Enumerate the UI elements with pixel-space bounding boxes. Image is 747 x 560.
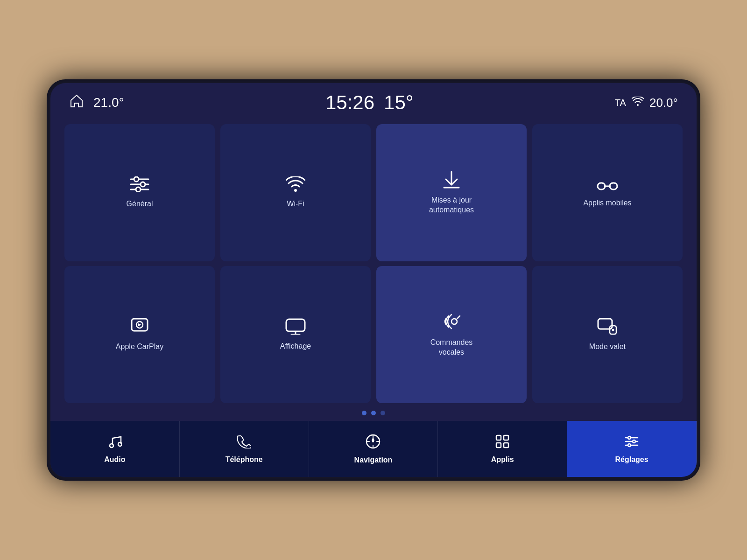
carplay-icon — [130, 317, 149, 337]
grid-cell-carplay[interactable]: Apple CarPlay — [64, 266, 215, 403]
nav-item-applis[interactable]: Applis — [438, 421, 567, 477]
nav-item-audio[interactable]: Audio — [50, 421, 180, 477]
settings-icon — [625, 434, 639, 452]
valet-icon — [597, 317, 618, 337]
svg-marker-31 — [372, 437, 374, 441]
display-label: Affichage — [280, 342, 311, 351]
svg-rect-15 — [286, 319, 305, 331]
music-icon — [108, 434, 122, 452]
reglages-label: Réglages — [615, 455, 648, 464]
svg-point-24 — [118, 442, 122, 446]
navigation-label: Navigation — [354, 456, 393, 464]
svg-point-39 — [628, 436, 631, 439]
ta-label: TA — [615, 98, 626, 108]
grid-row-1: Général Wi-Fi — [64, 124, 683, 261]
svg-point-3 — [134, 177, 139, 182]
screen-outer: 21.0° 15:26 15° TA 20.0° — [47, 79, 700, 481]
general-label: Général — [127, 199, 153, 209]
home-icon[interactable] — [69, 94, 84, 112]
screen-inner: 21.0° 15:26 15° TA 20.0° — [50, 83, 697, 477]
svg-marker-14 — [138, 323, 141, 326]
temp-left: 21.0° — [93, 95, 124, 110]
grid-cell-valet[interactable]: Mode valet — [532, 266, 683, 403]
apps-icon — [495, 434, 509, 452]
svg-rect-35 — [504, 443, 508, 448]
svg-rect-10 — [610, 183, 617, 189]
carplay-label: Apple CarPlay — [116, 342, 163, 352]
display-icon — [285, 318, 306, 337]
wifi-label: Wi-Fi — [287, 199, 304, 209]
sliders-icon — [130, 176, 149, 195]
grid-cell-updates[interactable]: Mises à jourautomatiques — [376, 124, 527, 261]
grid-cell-mobile-apps[interactable]: Applis mobiles — [532, 124, 683, 261]
svg-point-4 — [141, 182, 145, 187]
voice-icon — [442, 312, 461, 333]
header: 21.0° 15:26 15° TA 20.0° — [50, 83, 697, 119]
pagination — [64, 408, 683, 417]
grid-cell-display[interactable]: Affichage — [220, 266, 371, 403]
temp-right: 20.0° — [649, 96, 678, 110]
pagination-dot-2[interactable] — [371, 411, 376, 415]
svg-point-41 — [628, 444, 631, 447]
nav-item-reglages[interactable]: Réglages — [567, 421, 697, 477]
grid-row-2: Apple CarPlay Affichage — [64, 266, 683, 403]
header-center: 15:26 15° — [325, 91, 414, 114]
phone-icon — [237, 434, 251, 452]
nav-item-navigation[interactable]: Navigation — [309, 421, 438, 477]
mobile-apps-label: Applis mobiles — [583, 198, 631, 208]
svg-point-5 — [136, 187, 141, 192]
svg-line-19 — [457, 316, 460, 319]
svg-point-6 — [294, 189, 297, 192]
telephone-label: Téléphone — [226, 455, 263, 464]
outside-temp-center: 15° — [384, 91, 414, 114]
pagination-dot-1[interactable] — [362, 411, 366, 415]
updates-label: Mises à jourautomatiques — [429, 196, 474, 215]
svg-point-22 — [612, 329, 614, 331]
applis-label: Applis — [491, 455, 514, 464]
svg-point-40 — [633, 440, 635, 443]
wifi-icon — [286, 176, 305, 195]
main-content: Général Wi-Fi — [50, 119, 697, 421]
header-left: 21.0° — [69, 94, 124, 112]
bottom-nav: Audio Téléphone — [50, 421, 697, 477]
svg-rect-32 — [496, 435, 501, 440]
header-right: TA 20.0° — [615, 96, 678, 110]
voice-label: Commandesvocales — [430, 338, 473, 357]
svg-rect-9 — [598, 183, 605, 189]
svg-point-23 — [110, 444, 113, 448]
nav-item-telephone[interactable]: Téléphone — [180, 421, 309, 477]
pagination-dot-3[interactable] — [381, 411, 385, 415]
audio-label: Audio — [104, 455, 125, 464]
wifi-icon-header — [632, 97, 644, 109]
svg-rect-34 — [496, 443, 501, 448]
link-icon — [597, 178, 618, 194]
grid-cell-voice[interactable]: Commandesvocales — [376, 266, 527, 403]
grid-cell-general[interactable]: Général — [64, 124, 215, 261]
navigation-icon — [366, 434, 381, 452]
svg-rect-33 — [504, 435, 508, 440]
valet-label: Mode valet — [589, 342, 626, 352]
clock-time: 15:26 — [325, 91, 374, 114]
download-icon — [443, 171, 460, 191]
grid-cell-wifi[interactable]: Wi-Fi — [220, 124, 371, 261]
svg-point-18 — [451, 319, 457, 324]
